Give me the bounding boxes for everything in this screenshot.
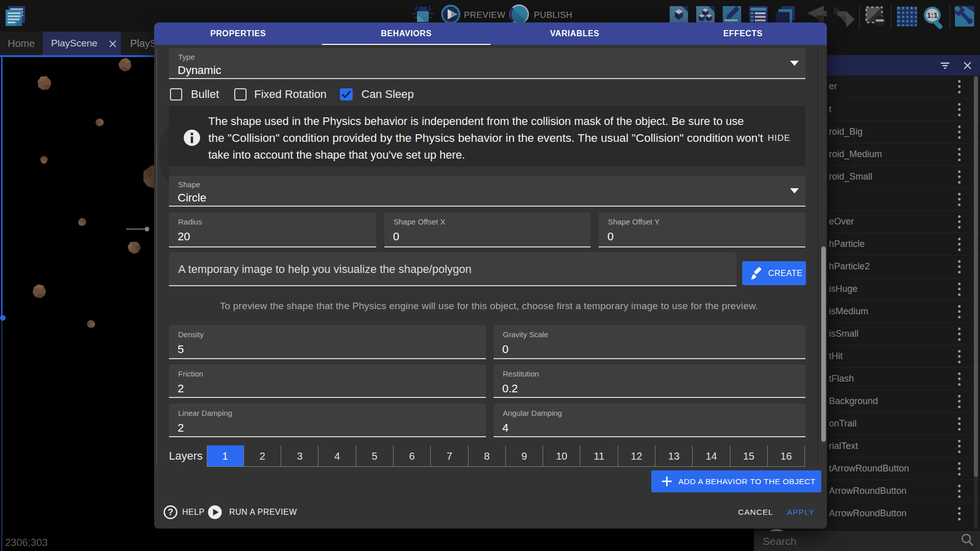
svg-text:1:1: 1:1 xyxy=(927,11,938,19)
svg-text:?: ? xyxy=(168,507,174,517)
